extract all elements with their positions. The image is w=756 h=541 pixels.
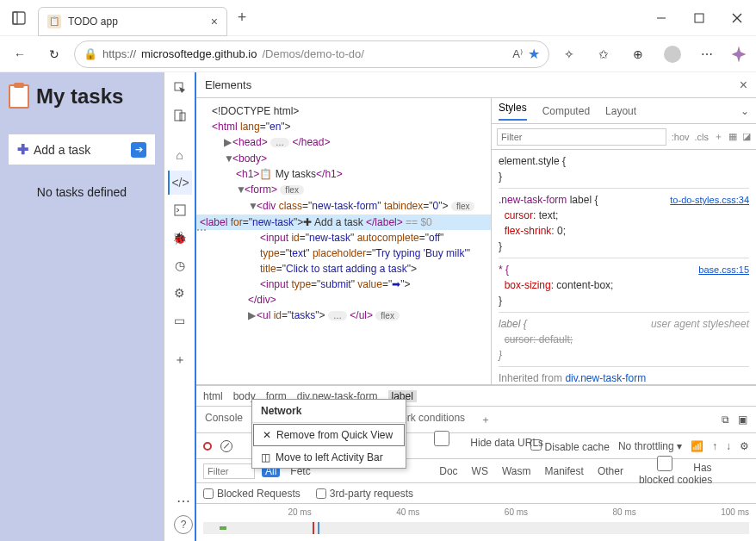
computed-toggle-icon[interactable]: ◪ bbox=[742, 131, 751, 142]
performance-icon[interactable]: ◷ bbox=[168, 253, 192, 277]
more-options-icon[interactable]: ⋯ bbox=[172, 489, 195, 512]
page-title: My tasks bbox=[9, 84, 155, 109]
tab-computed[interactable]: Computed bbox=[542, 105, 590, 117]
copilot-icon[interactable] bbox=[727, 42, 751, 66]
url-host: microsoftedge.github.io bbox=[141, 47, 257, 60]
devtools-activity-bar: ⌂ </> 🐞 ◷ ⚙ ▭ ＋ bbox=[164, 72, 196, 541]
panel-icon: ◫ bbox=[261, 451, 270, 463]
filter-wasm[interactable]: Wasm bbox=[499, 465, 535, 477]
network-filter-input[interactable] bbox=[203, 463, 255, 479]
device-icon[interactable] bbox=[168, 103, 192, 127]
blocked-cookies-checkbox[interactable]: Has blocked cookies bbox=[639, 456, 749, 486]
settings-gear-icon[interactable]: ⚙ bbox=[740, 440, 749, 452]
minimize-button[interactable] bbox=[642, 4, 680, 32]
empty-state-label: No tasks defined bbox=[9, 185, 155, 199]
elements-icon[interactable]: </> bbox=[168, 171, 192, 195]
close-tab-icon[interactable]: × bbox=[211, 15, 218, 28]
add-task-input[interactable]: ✚ Add a task ➔ bbox=[9, 134, 155, 165]
svg-rect-3 bbox=[695, 14, 703, 22]
sources-icon[interactable]: 🐞 bbox=[168, 226, 192, 250]
blocked-requests-checkbox[interactable]: Blocked Requests bbox=[203, 488, 301, 500]
menu-remove-quickview[interactable]: ✕Remove from Quick View bbox=[253, 424, 405, 446]
network-timeline[interactable]: 20 ms 40 ms 60 ms 80 ms 100 ms bbox=[196, 503, 756, 541]
dom-tree[interactable]: <!DOCTYPE html> <html lang="en"> ▶<head>… bbox=[196, 98, 491, 384]
url-path: /Demos/demo-to-do/ bbox=[262, 47, 364, 60]
read-aloud-icon[interactable]: A⁾ bbox=[512, 47, 523, 60]
close-devtools-icon[interactable]: × bbox=[740, 78, 747, 93]
memory-icon[interactable]: ⚙ bbox=[168, 281, 192, 305]
flex-icon[interactable]: ▦ bbox=[728, 131, 737, 142]
submit-arrow-icon[interactable]: ➔ bbox=[131, 142, 146, 158]
svg-rect-8 bbox=[180, 113, 185, 121]
third-party-checkbox[interactable]: 3rd-party requests bbox=[316, 488, 413, 500]
wifi-icon[interactable]: 📶 bbox=[691, 440, 703, 452]
close-window-button[interactable] bbox=[718, 4, 756, 32]
add-task-label: Add a task bbox=[34, 143, 90, 157]
console-icon[interactable] bbox=[168, 198, 192, 222]
svg-rect-1 bbox=[13, 12, 17, 24]
styles-tabs: Styles Computed Layout ⌄ bbox=[492, 98, 756, 124]
new-rule-icon[interactable]: ＋ bbox=[714, 130, 723, 143]
tab-styles[interactable]: Styles bbox=[499, 102, 527, 121]
new-tab-button[interactable]: + bbox=[227, 3, 257, 33]
lock-icon: 🔒 bbox=[84, 47, 97, 60]
add-drawer-tab-icon[interactable]: ＋ bbox=[480, 413, 491, 427]
inspect-icon[interactable] bbox=[168, 76, 192, 100]
throttling-select[interactable]: No throttling ▾ bbox=[618, 440, 682, 452]
back-button[interactable]: ← bbox=[5, 40, 34, 69]
tab-layout[interactable]: Layout bbox=[605, 105, 636, 117]
svg-rect-7 bbox=[175, 110, 182, 121]
chevron-down-icon[interactable]: ⌄ bbox=[741, 105, 749, 117]
filter-ws[interactable]: WS bbox=[468, 465, 492, 477]
selected-dom-node[interactable]: <label for="new-task">✚ Add a task </lab… bbox=[196, 215, 491, 230]
record-icon[interactable] bbox=[203, 442, 212, 451]
expand-icon[interactable]: ▣ bbox=[738, 414, 747, 426]
favorite-icon[interactable]: ★ bbox=[528, 46, 540, 62]
address-bar[interactable]: 🔒 https://microsoftedge.github.io/Demos/… bbox=[74, 40, 549, 68]
styles-pane[interactable]: element.style { } to-do-styles.css:34.ne… bbox=[492, 150, 756, 384]
browser-tab[interactable]: 📋 TODO app × bbox=[38, 7, 227, 36]
filter-manifest[interactable]: Manifest bbox=[542, 465, 587, 477]
tab-console[interactable]: Console bbox=[205, 412, 243, 427]
favicon-icon: 📋 bbox=[47, 15, 61, 28]
upload-icon[interactable]: ↑ bbox=[712, 440, 717, 452]
extensions-icon[interactable]: ✧ bbox=[555, 40, 584, 69]
context-menu-header: Network bbox=[252, 400, 406, 423]
clear-icon[interactable] bbox=[220, 440, 232, 452]
filter-other[interactable]: Other bbox=[594, 465, 627, 477]
app-page: My tasks ✚ Add a task ➔ No tasks defined bbox=[0, 72, 164, 541]
filter-doc[interactable]: Doc bbox=[436, 465, 461, 477]
styles-filter-input[interactable] bbox=[497, 128, 666, 146]
welcome-icon[interactable]: ⌂ bbox=[168, 143, 192, 167]
overflow-dots-icon[interactable]: ⋯ bbox=[196, 222, 207, 238]
download-icon[interactable]: ↓ bbox=[726, 440, 731, 452]
tab-title: TODO app bbox=[68, 16, 118, 28]
help-icon[interactable]: ? bbox=[174, 515, 193, 534]
hov-button[interactable]: :hov bbox=[672, 132, 690, 142]
tab-actions-button[interactable] bbox=[0, 0, 38, 36]
panel-title: Elements bbox=[205, 78, 251, 91]
collections-icon[interactable]: ⊕ bbox=[623, 40, 653, 69]
plus-icon: ✚ bbox=[17, 141, 28, 158]
devtools-header: Elements × bbox=[196, 72, 756, 98]
close-icon: ✕ bbox=[263, 429, 271, 441]
menu-button[interactable]: ⋯ bbox=[692, 40, 722, 69]
application-icon[interactable]: ▭ bbox=[168, 308, 192, 333]
hide-urls-checkbox[interactable]: Hide data URLs bbox=[416, 431, 543, 449]
favorites-icon[interactable]: ✩ bbox=[589, 40, 618, 69]
svg-rect-9 bbox=[175, 205, 185, 215]
refresh-button[interactable]: ↻ bbox=[40, 40, 69, 69]
context-menu: Network ✕Remove from Quick View ◫Move to… bbox=[251, 399, 406, 469]
profile-icon[interactable] bbox=[658, 40, 687, 69]
maximize-button[interactable] bbox=[680, 4, 718, 32]
dock-icon[interactable]: ⧉ bbox=[722, 414, 729, 426]
cls-button[interactable]: .cls bbox=[695, 132, 710, 142]
svg-rect-0 bbox=[13, 12, 25, 24]
clipboard-icon bbox=[9, 84, 29, 109]
url-scheme: https:// bbox=[102, 47, 136, 60]
more-tools-icon[interactable]: ＋ bbox=[168, 348, 192, 372]
menu-move-activitybar[interactable]: ◫Move to left Activity Bar bbox=[252, 447, 406, 468]
